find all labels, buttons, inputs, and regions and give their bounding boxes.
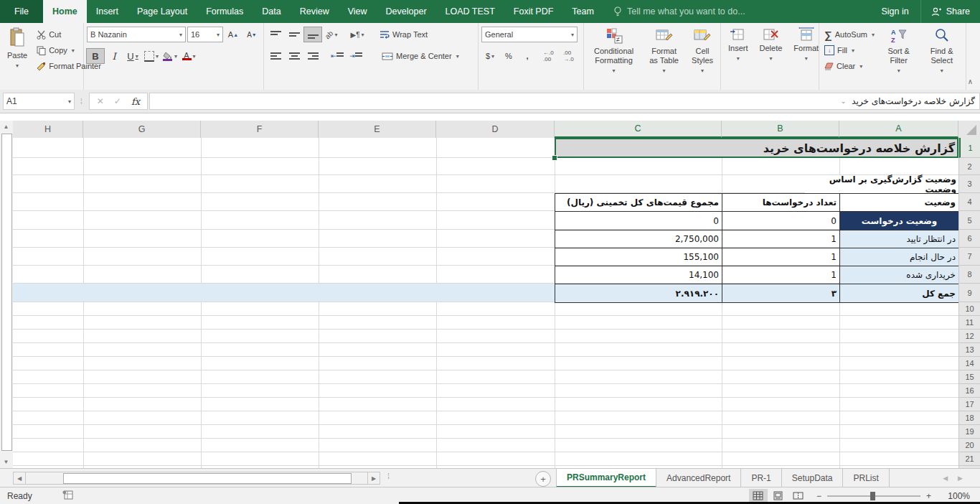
sort-filter-dropdown-arrow[interactable]: ▾ [897,66,900,75]
row-header-11[interactable]: 11 [959,316,980,330]
sheet-tab-advancedreport[interactable]: AdvancedReport [656,469,741,487]
row-header-2[interactable]: 2 [959,158,980,175]
confirm-entry-button[interactable]: ✓ [114,96,121,106]
page-break-preview-button[interactable] [789,489,808,503]
format-as-table-button[interactable]: Format as Table ▾ [644,25,684,92]
horizontal-scrollbar[interactable]: ◀ ▶ [13,472,380,484]
decrease-indent-button[interactable]: ⇤ [329,49,346,63]
macro-record-icon[interactable] [62,490,73,502]
find-select-dropdown-arrow[interactable]: ▾ [941,66,943,75]
column-header-f[interactable]: F [201,121,319,138]
delete-dropdown-arrow[interactable]: ▾ [769,54,772,63]
borders-dropdown-arrow[interactable]: ▾ [156,53,159,60]
wrap-text-button[interactable]: Wrap Text [377,27,430,42]
vertical-scrollbar[interactable]: ▲ ▼ [0,121,14,468]
normal-view-button[interactable] [749,489,768,503]
sheet-tab-pr-1[interactable]: PR-1 [741,469,781,487]
format-as-table-dropdown-arrow[interactable]: ▾ [663,66,666,75]
row-header-18[interactable]: 18 [959,411,980,425]
underline-dropdown-arrow[interactable]: ▾ [136,53,138,60]
tab-formulas[interactable]: Formulas [197,0,253,23]
tab-file[interactable]: File [0,0,43,23]
name-box[interactable]: A1▾ [3,93,75,110]
row-header-21[interactable]: 21 [959,452,980,466]
font-size-combo[interactable]: 16▾ [187,27,223,42]
fill-button[interactable]: ↓Fill▾ [822,42,877,58]
row-header-14[interactable]: 14 [959,357,980,370]
row-header-20[interactable]: 20 [959,439,980,452]
align-center-button[interactable] [286,49,303,63]
fill-color-dropdown-arrow[interactable]: ▾ [174,53,177,60]
text-direction-button[interactable]: ▶¶▾ [349,27,366,42]
horizontal-scroll-track[interactable] [26,472,367,485]
clear-button[interactable]: Clear▾ [822,58,877,74]
vertical-scroll-thumb[interactable] [1,134,12,451]
row-header-3[interactable]: 3 [959,175,980,193]
formula-input[interactable]: ⌄ گزارش خلاصه درخواست‌های خرید [149,93,980,110]
middle-align-button[interactable] [286,27,303,42]
find-select-button[interactable]: Find & Select ▾ [920,25,963,92]
zoom-thumb[interactable] [870,492,875,500]
status-purchased[interactable]: خریداری شده [840,266,959,284]
tab-strip-splitter[interactable]: ⁞ [387,472,390,480]
fill-handle[interactable] [552,155,557,161]
column-header-g[interactable]: G [83,121,201,138]
top-align-button[interactable] [267,27,284,42]
cell-styles-dropdown-arrow[interactable]: ▾ [701,66,704,75]
bottom-align-button[interactable] [304,27,321,42]
row-header-8[interactable]: 8 [959,266,980,284]
header-request-count[interactable]: تعداد درخواست‌ها [722,194,840,212]
share-button[interactable]: Share [920,0,980,23]
clear-dropdown-arrow[interactable]: ▾ [859,63,862,70]
tab-developer[interactable]: Developer [377,0,436,23]
tab-load-test[interactable]: LOAD TEST [436,0,504,23]
font-name-combo[interactable]: B Nazanin▾ [87,27,186,42]
column-header-d[interactable]: D [436,121,555,138]
borders-button[interactable]: ▾ [143,49,160,63]
row-header-19[interactable]: 19 [959,425,980,439]
bold-button[interactable]: B [87,49,104,63]
format-dropdown-arrow[interactable]: ▾ [805,54,808,63]
row-header-9[interactable]: 9 [959,284,980,302]
currency-format-button[interactable]: $▾ [481,49,499,63]
row-header-15[interactable]: 15 [959,370,980,384]
paste-dropdown-arrow[interactable]: ▾ [16,61,19,70]
status-grand-total[interactable]: جمع کل [840,284,959,303]
cell-styles-button[interactable]: Cell Styles ▾ [687,25,717,92]
column-header-b[interactable]: B [722,121,839,138]
paste-button[interactable]: Paste ▾ [3,25,32,92]
autosum-button[interactable]: ∑AutoSum▾ [822,27,877,42]
number-format-combo[interactable]: General▾ [481,27,578,42]
orientation-button[interactable]: ab▾ [323,27,340,42]
column-header-e[interactable]: E [319,121,436,138]
percent-format-button[interactable]: % [500,49,517,63]
align-left-button[interactable] [267,49,284,63]
scroll-up-arrow[interactable]: ▲ [1,121,11,132]
row-header-4[interactable]: 4 [959,193,980,211]
italic-button[interactable]: I [105,49,123,63]
merge-center-dropdown-arrow[interactable]: ▾ [456,53,459,60]
grow-font-button[interactable]: A▲ [225,27,242,42]
insert-cells-button[interactable]: Insert ▾ [724,25,753,92]
insert-function-button[interactable]: fx [131,96,140,107]
row-header-12[interactable]: 12 [959,330,980,343]
column-header-a[interactable]: A [839,121,958,138]
row-header-1[interactable]: 1 [959,138,980,158]
conditional-formatting-button[interactable]: ≠ Conditional Formatting ▾ [587,25,641,92]
tab-view[interactable]: View [339,0,377,23]
row-header-10[interactable]: 10 [959,302,980,316]
scroll-right-arrow[interactable]: ▶ [367,472,380,485]
select-all-corner[interactable] [958,121,980,138]
tab-page-layout[interactable]: Page Layout [128,0,197,23]
status-in-progress[interactable]: در حال انجام [840,248,959,266]
name-box-dropdown-arrow[interactable]: ▾ [68,98,71,105]
insert-dropdown-arrow[interactable]: ▾ [737,54,740,63]
collapse-ribbon-button[interactable]: ∧ [968,78,973,85]
section-title-cell[interactable]: وضعیت گزارش‌گیری بر اساس وضعیت [805,175,958,193]
report-title-cell[interactable]: گزارش خلاصه درخواست‌های خرید [555,138,958,158]
tab-home[interactable]: Home [43,0,87,23]
scroll-down-arrow[interactable]: ▼ [1,457,11,467]
expand-formula-bar-icon[interactable]: ⌄ [841,98,847,105]
column-header-c[interactable]: C [555,121,722,138]
total-row-fill[interactable] [13,284,555,302]
